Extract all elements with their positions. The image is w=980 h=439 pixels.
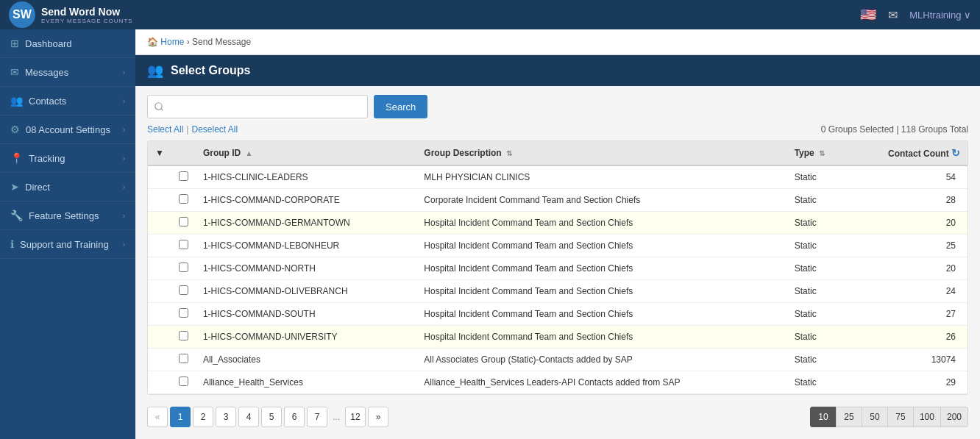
row-checkbox-cell[interactable] [171, 303, 196, 326]
row-group-id: 1-HICS-COMMAND-CORPORATE [196, 189, 416, 212]
page-btn-3[interactable]: 3 [216, 407, 236, 427]
svg-text:SW: SW [13, 8, 32, 21]
row-checkbox[interactable] [179, 263, 188, 272]
chevron-right-icon: › [123, 126, 125, 134]
page-size-200[interactable]: 200 [940, 407, 968, 427]
mail-icon[interactable]: ✉ [888, 8, 898, 22]
page-size-25[interactable]: 25 [836, 407, 862, 427]
row-contact-count: 20 [849, 212, 967, 235]
deselect-all-link[interactable]: Deselect All [191, 124, 238, 135]
refresh-icon[interactable]: ↻ [951, 147, 960, 159]
table-row: 1-HICS-COMMAND-GERMANTOWN Hospital Incid… [148, 212, 967, 235]
app-name: Send Word Now [41, 6, 133, 18]
row-checkbox[interactable] [179, 240, 188, 249]
sidebar-item-account-settings[interactable]: ⚙ 08 Account Settings › [0, 115, 135, 144]
row-checkbox[interactable] [179, 217, 188, 226]
th-contact-count: Contact Count ↻ [849, 141, 967, 165]
row-filter-cell [148, 280, 171, 303]
page-size-50[interactable]: 50 [862, 407, 888, 427]
row-filter-cell [148, 349, 171, 371]
th-type[interactable]: Type ⇅ [787, 141, 849, 165]
page-btn-7[interactable]: 7 [307, 407, 327, 427]
row-contact-count: 24 [849, 280, 967, 303]
row-checkbox-cell[interactable] [171, 280, 196, 303]
row-group-id: 1-HICS-COMMAND-OLIVEBRANCH [196, 280, 416, 303]
chevron-right-icon: › [123, 212, 125, 220]
th-filter: ▼ [148, 141, 171, 165]
row-checkbox[interactable] [179, 194, 188, 204]
row-checkbox[interactable] [179, 354, 188, 363]
row-checkbox[interactable] [179, 376, 188, 386]
row-checkbox-cell[interactable] [171, 371, 196, 394]
row-checkbox-cell[interactable] [171, 257, 196, 280]
row-checkbox[interactable] [179, 285, 188, 295]
sidebar-item-feature-settings[interactable]: 🔧 Feature Settings › [0, 201, 135, 230]
page-size-100[interactable]: 100 [913, 407, 941, 427]
sidebar-item-label: Messages [25, 67, 68, 78]
layout: ⊞ Dashboard ✉ Messages › 👥 Contacts › ⚙ … [0, 29, 980, 439]
row-type: Static [787, 235, 849, 257]
th-group-desc-label: Group Description [424, 148, 501, 158]
topbar-right: 🇺🇸 ✉ MLHtraining ∨ [860, 7, 971, 23]
row-group-id: 1-HICS-COMMAND-UNIVERSITY [196, 326, 416, 349]
page-size-10[interactable]: 10 [810, 407, 837, 427]
sidebar-item-contacts[interactable]: 👥 Contacts › [0, 87, 135, 115]
row-contact-count: 26 [849, 326, 967, 349]
row-checkbox[interactable] [179, 331, 188, 340]
page-btn-12[interactable]: 12 [345, 407, 366, 427]
sidebar-item-label: Contacts [29, 96, 66, 107]
sidebar-item-direct[interactable]: ➤ Direct › [0, 173, 135, 201]
table-row: 1-HICS-CLINIC-LEADERS MLH PHYSICIAN CLIN… [148, 165, 967, 189]
row-type: Static [787, 212, 849, 235]
row-type: Static [787, 257, 849, 280]
sidebar-item-dashboard[interactable]: ⊞ Dashboard [0, 29, 135, 58]
dashboard-icon: ⊞ [10, 38, 19, 49]
page-size-75[interactable]: 75 [887, 407, 914, 427]
table-row: 1-HICS-COMMAND-SOUTH Hospital Incident C… [148, 303, 967, 326]
username-text: MLHtraining [909, 10, 961, 21]
flag-icon[interactable]: 🇺🇸 [860, 7, 876, 23]
filter-icon[interactable]: ▼ [155, 148, 164, 158]
chevron-right-icon: › [123, 154, 125, 163]
row-group-description: Hospital Incident Command Team and Secti… [416, 326, 787, 349]
row-group-description: All Associates Group (Static)-Contacts a… [416, 349, 787, 371]
row-contact-count: 13074 [849, 349, 967, 371]
row-group-id: 1-HICS-COMMAND-NORTH [196, 257, 416, 280]
page-btn-5[interactable]: 5 [261, 407, 282, 427]
username[interactable]: MLHtraining ∨ [909, 10, 971, 21]
row-checkbox-cell[interactable] [171, 165, 196, 189]
sidebar-item-support-training[interactable]: ℹ Support and Training › [0, 230, 135, 259]
pagination: « 1 2 3 4 5 6 7 ... 12 » 10 25 50 75 [147, 401, 968, 430]
sidebar-item-messages[interactable]: ✉ Messages › [0, 58, 135, 87]
sidebar-item-label: Direct [25, 182, 50, 193]
select-all-link[interactable]: Select All [147, 124, 183, 135]
sidebar-item-label: Tracking [29, 153, 65, 164]
chevron-right-icon: › [123, 68, 125, 76]
row-checkbox-cell[interactable] [171, 189, 196, 212]
groups-info: 0 Groups Selected | 118 Groups Total [821, 124, 968, 135]
row-filter-cell [148, 212, 171, 235]
sidebar-item-tracking[interactable]: 📍 Tracking › [0, 144, 135, 173]
page-next-btn[interactable]: » [368, 407, 388, 427]
page-prev-btn[interactable]: « [147, 407, 168, 427]
search-input[interactable] [147, 95, 368, 118]
row-checkbox-cell[interactable] [171, 212, 196, 235]
page-btn-1[interactable]: 1 [170, 407, 191, 427]
th-group-id[interactable]: Group ID ▲ [196, 141, 416, 165]
row-checkbox-cell[interactable] [171, 349, 196, 371]
row-checkbox-cell[interactable] [171, 235, 196, 257]
row-checkbox[interactable] [179, 308, 188, 318]
search-button[interactable]: Search [374, 95, 427, 118]
th-group-description[interactable]: Group Description ⇅ [416, 141, 787, 165]
breadcrumb-home[interactable]: Home [160, 37, 184, 47]
row-filter-cell [148, 165, 171, 189]
page-btn-2[interactable]: 2 [193, 407, 213, 427]
row-checkbox-cell[interactable] [171, 326, 196, 349]
row-checkbox[interactable] [179, 171, 188, 181]
page-btn-4[interactable]: 4 [238, 407, 259, 427]
page-buttons: « 1 2 3 4 5 6 7 ... 12 » [147, 407, 388, 427]
select-links: Select All | Deselect All [147, 124, 238, 135]
search-bar: Search [147, 95, 968, 118]
row-filter-cell [148, 371, 171, 394]
page-btn-6[interactable]: 6 [284, 407, 305, 427]
